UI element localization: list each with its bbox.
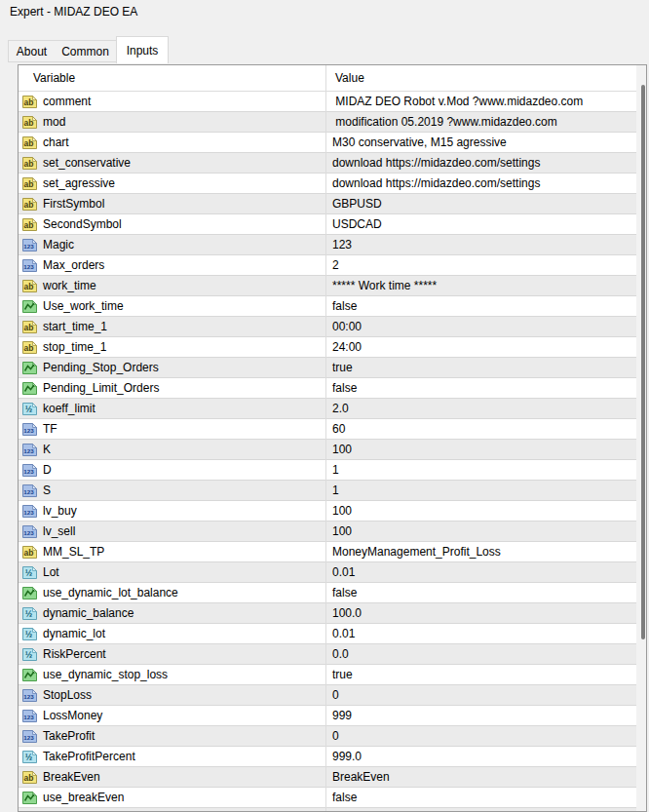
variable-value[interactable]: false [325, 381, 636, 395]
variable-value[interactable]: USDCAD [325, 217, 636, 231]
variable-value[interactable]: GBPUSD [325, 197, 636, 211]
table-row[interactable]: ab FirstSymbol GBPUSD [19, 194, 636, 214]
svg-text:123: 123 [23, 468, 34, 475]
variable-value[interactable]: M30 conservative, M15 agressive [325, 135, 636, 149]
table-row[interactable]: ½ koeff_limit 2.0 [19, 399, 636, 419]
table-row[interactable]: 123 D 1 [19, 460, 636, 481]
table-row[interactable]: ab set_agressive download https://midazd… [19, 174, 636, 194]
table-row[interactable]: 123 LossMoney 999 [19, 706, 636, 726]
table-row[interactable]: ab BreakEven BreakEven [19, 767, 636, 788]
variable-cell: 123 Magic [19, 238, 325, 252]
variable-value[interactable]: 1 [325, 483, 636, 497]
table-row[interactable]: ab SecondSymbol USDCAD [19, 214, 636, 235]
table-row[interactable]: ½ dynamic_balance 100.0 [19, 603, 636, 624]
variable-value[interactable]: ***** Work time ***** [325, 279, 636, 292]
variable-value[interactable]: true [325, 361, 636, 374]
variable-value[interactable]: BreakEven [325, 770, 636, 784]
variable-value[interactable]: 0.01 [325, 565, 636, 579]
variable-name: StopLoss [43, 688, 92, 702]
table-row[interactable]: use_dynamic_lot_balance false [19, 583, 636, 603]
table-row[interactable]: ½ Lot 0.01 [19, 562, 636, 583]
table-row[interactable] [19, 808, 636, 812]
table-row[interactable]: 123 TF 60 [19, 419, 636, 440]
variable-value[interactable]: false [325, 299, 636, 313]
variable-value[interactable]: 100 [325, 504, 636, 518]
table-row[interactable]: use_dynamic_stop_loss true [19, 665, 636, 685]
column-header-value[interactable]: Value [335, 71, 364, 85]
table-row[interactable]: ½ dynamic_lot 0.01 [19, 624, 636, 644]
variable-name: use_dynamic_stop_loss [43, 668, 168, 681]
variable-name: SecondSymbol [43, 217, 122, 231]
table-row[interactable]: 123 StopLoss 0 [19, 685, 636, 706]
table-row[interactable]: 123 S 1 [19, 481, 636, 501]
table-row[interactable]: ab stop_time_1 24:00 [19, 337, 636, 358]
variable-value[interactable]: download https://midazdeo.com/settings [325, 156, 636, 170]
svg-text:123: 123 [23, 734, 34, 741]
variable-name: TakeProfitPercent [43, 750, 135, 763]
variable-value[interactable]: 24:00 [325, 340, 636, 354]
table-row[interactable]: 123 K 100 [19, 440, 636, 460]
variable-value[interactable]: 1 [325, 463, 636, 477]
column-header-variable[interactable]: Variable [33, 71, 75, 85]
variable-value[interactable]: download https://midazdeo.com/settings [325, 176, 636, 190]
table-row[interactable]: 123 TakeProfit 0 [19, 726, 636, 747]
table-row[interactable]: Pending_Stop_Orders true [19, 358, 636, 378]
variable-cell: 123 LossMoney [19, 709, 325, 723]
svg-text:ab: ab [24, 118, 34, 128]
variable-value[interactable]: 0.01 [325, 627, 636, 640]
table-row[interactable]: ab chart M30 conservative, M15 agressive [19, 133, 636, 153]
variable-value[interactable]: 100 [325, 443, 636, 456]
table-row[interactable]: ab set_conservative download https://mid… [19, 153, 636, 174]
double-type-icon: ½ [21, 647, 38, 662]
variable-value[interactable]: 123 [325, 238, 636, 251]
variable-value[interactable]: 100 [325, 524, 636, 538]
variable-name: lv_sell [43, 524, 75, 538]
boolean-type-icon [21, 791, 38, 805]
variable-value[interactable]: 2.0 [325, 402, 636, 415]
variable-cell: ab set_conservative [19, 156, 325, 171]
svg-text:ab: ab [24, 220, 34, 230]
table-row[interactable]: 123 Magic 123 [19, 235, 636, 255]
variable-name: LossMoney [43, 709, 102, 722]
variable-cell: ab start_time_1 [19, 320, 325, 334]
table-row[interactable]: ab MM_SL_TP MoneyManagement_Profit_Loss [19, 542, 636, 562]
variable-value[interactable]: 0 [325, 688, 636, 702]
variable-value[interactable]: 0 [325, 729, 636, 743]
variable-value[interactable]: false [325, 586, 636, 599]
variable-value[interactable]: MIDAZ DEO Robot v.Mod ?www.midazdeo.com [325, 95, 636, 108]
table-row[interactable]: Pending_Limit_Orders false [19, 378, 636, 399]
variable-value[interactable]: 100.0 [325, 606, 636, 620]
integer-type-icon: 123 [21, 463, 38, 478]
variable-value[interactable]: 2 [325, 258, 636, 272]
table-row[interactable]: ab comment MIDAZ DEO Robot v.Mod ?www.mi… [19, 92, 636, 112]
table-row[interactable]: ab work_time ***** Work time ***** [19, 276, 636, 296]
variable-value[interactable]: MoneyManagement_Profit_Loss [325, 545, 636, 559]
variable-name: BreakEven [43, 770, 100, 784]
svg-text:½: ½ [25, 609, 33, 619]
variable-value[interactable]: 60 [325, 422, 636, 436]
table-row[interactable]: ½ RiskPercent 0.0 [19, 644, 636, 665]
variable-value[interactable]: modification 05.2019 ?www.midazdeo.com [325, 115, 636, 129]
table-row[interactable]: Use_work_time false [19, 296, 636, 317]
table-row[interactable]: ab start_time_1 00:00 [19, 317, 636, 337]
variable-value[interactable]: true [325, 668, 636, 681]
table-row[interactable]: ab mod modification 05.2019 ?www.midazde… [19, 112, 636, 133]
variable-value[interactable]: 0.0 [325, 647, 636, 661]
svg-text:ab: ab [24, 343, 34, 353]
variable-name: Lot [43, 565, 59, 579]
table-row[interactable]: 123 lv_sell 100 [19, 522, 636, 542]
table-row[interactable]: 123 Max_orders 2 [19, 255, 636, 276]
tab-common[interactable]: Common [55, 40, 117, 62]
variable-value[interactable]: false [325, 791, 636, 804]
table-row[interactable]: ½ TakeProfitPercent 999.0 [19, 747, 636, 767]
scrollbar-thumb[interactable] [641, 85, 645, 639]
double-type-icon: ½ [21, 565, 38, 580]
table-row[interactable]: 123 lv_buy 100 [19, 501, 636, 522]
variable-value[interactable]: 00:00 [325, 320, 636, 333]
table-row[interactable]: use_breakEven false [19, 788, 636, 808]
scrollbar-track[interactable] [636, 65, 646, 811]
variable-value[interactable]: 999.0 [325, 750, 636, 763]
tab-inputs[interactable]: Inputs [116, 36, 169, 63]
variable-value[interactable]: 999 [325, 709, 636, 722]
tab-about[interactable]: About [8, 40, 56, 62]
